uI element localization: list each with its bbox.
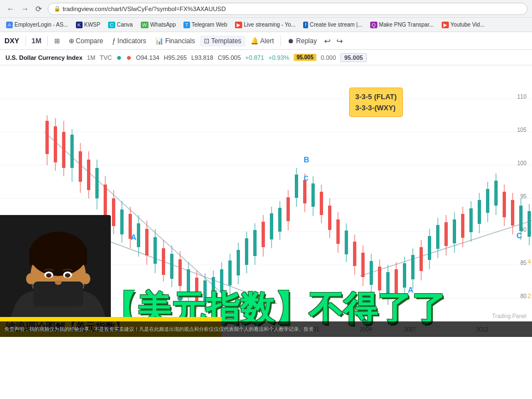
svg-rect-112	[461, 214, 464, 238]
bookmark-label-ytv: Youtube Vid...	[451, 22, 485, 28]
bookmark-label-telegram: Telegram Web	[192, 22, 227, 28]
svg-rect-68	[278, 208, 282, 232]
tv-timeframe[interactable]: 1M	[29, 35, 44, 47]
svg-rect-30	[120, 209, 124, 234]
tv-toolbar: DXY 1M ⊞ ⊕ Compare ƒ Indicators 📊 Financ…	[0, 32, 532, 50]
svg-rect-102	[420, 247, 423, 271]
lock-icon: 🔒	[54, 6, 60, 12]
financials-icon: 📊	[155, 37, 163, 45]
bookmark-label-employer: EmployerLogin - AS...	[14, 22, 68, 28]
bookmark-label-kwsp: KWSP	[84, 22, 100, 28]
svg-rect-128	[528, 211, 531, 237]
indicators-icon: ƒ	[112, 37, 116, 45]
bookmark-canva[interactable]: C Canva	[105, 21, 135, 29]
bookmark-png[interactable]: Q Make PNG Transpar...	[367, 21, 437, 29]
svg-point-165	[55, 280, 62, 285]
toolbar-divider-1	[25, 36, 26, 46]
svg-rect-34	[137, 223, 140, 247]
undo-button[interactable]: ↩	[322, 35, 333, 47]
annotation-line2: 3-3-3-(WXY)	[355, 103, 397, 114]
current-price-2: 0.000	[321, 54, 336, 61]
bookmark-kwsp[interactable]: K KWSP	[73, 21, 103, 29]
indicators-button[interactable]: ƒ Indicators	[108, 35, 150, 47]
redo-button[interactable]: ↪	[334, 35, 345, 47]
svg-rect-66	[270, 213, 273, 239]
back-button[interactable]: ←	[4, 3, 17, 14]
svg-rect-76	[311, 183, 315, 207]
bookmark-icon-png: Q	[370, 22, 377, 28]
url-text: tradingview.com/chart/VSlwCyFe/?symbol=F…	[63, 6, 226, 12]
svg-rect-90	[370, 261, 373, 285]
bookmark-label-whatsapp: WhatsApp	[150, 22, 176, 28]
compare-button[interactable]: ⊕ Compare	[65, 35, 107, 47]
svg-point-160	[46, 273, 52, 278]
templates-icon: ⊡	[204, 37, 209, 45]
indicators-icon-btn[interactable]: ⊞	[50, 35, 64, 47]
svg-text:C: C	[516, 231, 522, 240]
svg-rect-88	[361, 253, 365, 277]
address-bar[interactable]: 🔒 tradingview.com/chart/VSlwCyFe/?symbol…	[48, 3, 528, 15]
templates-button[interactable]: ⊡ Templates	[200, 35, 245, 47]
svg-rect-58	[237, 250, 240, 275]
svg-rect-108	[444, 222, 448, 246]
toolbar-divider-3	[280, 36, 281, 46]
svg-point-167	[81, 273, 90, 284]
chart-container[interactable]: 1989 1992 1995 1998 2001 2004 2007 2013 …	[0, 65, 532, 337]
bookmark-ytv[interactable]: ▶ Youtube Vid...	[439, 21, 488, 29]
annotation-box: 3-3-5 (FLAT) 3-3-3-(WXY)	[349, 88, 403, 117]
svg-rect-22	[87, 160, 90, 190]
svg-text:B: B	[304, 155, 309, 164]
bookmark-icon-whatsapp: W	[141, 22, 149, 28]
svg-rect-28	[112, 198, 115, 226]
annotation-line1: 3-3-5 (FLAT)	[355, 91, 397, 103]
forward-button[interactable]: →	[19, 3, 31, 14]
instrument-name: U.S. Dollar Currency Index	[6, 54, 83, 61]
replay-button[interactable]: ⏺ Replay	[284, 35, 320, 47]
svg-text:100: 100	[517, 160, 526, 166]
disclaimer-text: 免责声明：我的视频仅为我的经验分享，不是投资买卖建议！凡是在此频道出现的观点和分…	[4, 326, 314, 333]
price-change-pct: +0.93%	[269, 54, 290, 61]
bookmark-employer[interactable]: A EmployerLogin - AS...	[3, 21, 71, 29]
alert-label: Alert	[260, 37, 274, 45]
bookmark-whatsapp[interactable]: W WhatsApp	[138, 21, 179, 29]
svg-rect-114	[469, 208, 473, 232]
bookmark-livestream[interactable]: f Create live stream |...	[300, 21, 365, 29]
svg-rect-38	[154, 237, 157, 264]
source-label: TVC	[100, 54, 112, 61]
svg-rect-36	[145, 229, 149, 255]
ohlc-high: H95.265	[164, 54, 187, 61]
alert-icon: 🔔	[250, 37, 259, 45]
svg-point-166	[26, 273, 35, 284]
reload-button[interactable]: ⟳	[33, 3, 44, 14]
svg-rect-162	[33, 282, 83, 306]
bookmark-icon-telegram: T	[183, 22, 190, 28]
svg-rect-86	[353, 242, 356, 266]
bookmark-label-png: Make PNG Transpar...	[379, 22, 434, 28]
bookmark-youtube[interactable]: ▶ Live streaming - Yo...	[232, 21, 298, 29]
trading-panel-label: Trading Panel	[492, 313, 526, 319]
svg-rect-82	[336, 219, 340, 244]
svg-rect-18	[70, 135, 74, 168]
svg-point-161	[65, 273, 70, 278]
alert-button[interactable]: 🔔 Alert	[247, 35, 278, 47]
tv-symbol: DXY	[4, 37, 19, 45]
svg-text:C: C	[304, 175, 309, 182]
financials-button[interactable]: 📊 Financials	[151, 35, 199, 47]
browser-controls: ← → ⟳	[4, 3, 44, 14]
svg-rect-60	[245, 238, 248, 265]
svg-rect-84	[345, 231, 348, 254]
bookmark-telegram[interactable]: T Telegram Web	[181, 21, 230, 29]
svg-rect-26	[104, 185, 107, 215]
svg-rect-70	[287, 197, 290, 221]
toolbar-divider-2	[47, 36, 48, 46]
svg-rect-106	[436, 225, 439, 249]
templates-label: Templates	[211, 37, 242, 45]
bookmark-icon-employer: A	[6, 22, 13, 28]
current-price-badge: 95.005	[294, 54, 316, 61]
svg-rect-16	[62, 132, 65, 168]
price-dot-red: ●	[126, 53, 132, 62]
svg-rect-157	[29, 248, 87, 265]
svg-rect-110	[453, 219, 456, 243]
svg-rect-78	[320, 192, 323, 215]
svg-rect-92	[378, 267, 381, 290]
